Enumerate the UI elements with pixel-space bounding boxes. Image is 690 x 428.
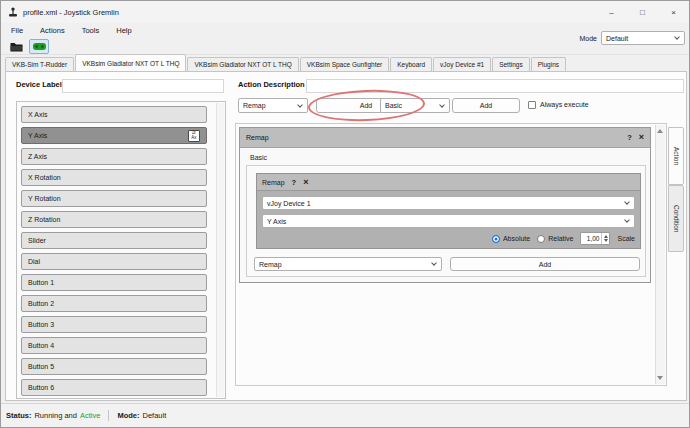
scale-label: Scale (617, 235, 635, 242)
add-condition-button[interactable]: Add (452, 98, 520, 113)
input-item-x-axis[interactable]: X Axis (21, 106, 207, 123)
scroll-up-icon[interactable] (657, 129, 663, 133)
tab-gladiator-2[interactable]: VKBsim Gladiator NXT OT L THQ (187, 57, 298, 71)
mode-dropdown[interactable]: Default (601, 31, 685, 45)
mode-label: Mode (579, 35, 597, 42)
condition-type-value: Basic (385, 102, 402, 109)
status-running-text: Running and (34, 411, 77, 420)
input-item-button-5[interactable]: Button 5 (21, 358, 207, 375)
input-item-button-1[interactable]: Button 1 (21, 274, 207, 291)
spinner-arrows[interactable] (601, 233, 609, 244)
app-window: profile.xml - Joystick Gremlin – □ × Fil… (0, 0, 690, 428)
mode-dropdown-value: Default (606, 35, 628, 42)
status-divider (108, 410, 109, 421)
input-item-label: Button 6 (28, 384, 54, 391)
tab-settings[interactable]: Settings (492, 57, 530, 71)
chevron-down-icon (439, 102, 445, 108)
remap-widget-header: Remap ? × (240, 128, 650, 148)
input-item-label: Y Rotation (28, 195, 61, 202)
radio-selected-icon (492, 235, 500, 243)
tab-vkb-t-rudder[interactable]: VKB-Sim T-Rudder (5, 57, 74, 71)
activate-button[interactable] (29, 39, 49, 54)
input-item-label: X Axis (28, 111, 47, 118)
radio-unselected-icon (537, 235, 545, 243)
inner-remap-header: Remap ? × (257, 174, 640, 191)
sub-action-dropdown[interactable]: Remap (254, 257, 442, 271)
menu-help[interactable]: Help (114, 25, 133, 36)
tab-gladiator-1[interactable]: VKBsim Gladiator NXT OT L THQ (75, 54, 186, 71)
minimize-button[interactable]: – (596, 1, 627, 23)
close-button[interactable]: × (658, 1, 689, 23)
input-item-y-axis[interactable]: Y Axis ⇄ Ax (21, 127, 207, 144)
open-profile-button[interactable] (6, 39, 26, 54)
scale-spinner[interactable]: 1,00 (580, 232, 610, 245)
help-icon[interactable]: ? (627, 133, 632, 142)
input-item-label: Z Axis (28, 153, 47, 160)
menu-tools[interactable]: Tools (80, 25, 102, 36)
close-icon[interactable]: × (303, 178, 308, 187)
sub-action-value: Remap (259, 261, 282, 268)
scroll-down-icon[interactable] (657, 376, 663, 380)
input-item-label: Button 1 (28, 279, 54, 286)
input-item-button-4[interactable]: Button 4 (21, 337, 207, 354)
chevron-down-icon (297, 102, 303, 108)
menu-file[interactable]: File (9, 25, 25, 36)
relative-label: Relative (548, 235, 573, 242)
input-item-x-rotation[interactable]: X Rotation (21, 169, 207, 186)
close-icon[interactable]: × (639, 133, 644, 142)
input-item-list: X Axis Y Axis ⇄ Ax Z Axis X Rotation Y R… (16, 101, 226, 399)
status-mode-value: Default (143, 411, 167, 420)
window-controls: – □ × (596, 1, 689, 23)
remap-widget-title: Remap (246, 134, 620, 141)
input-item-label: Button 2 (28, 300, 54, 307)
input-item-button-6[interactable]: Button 6 (21, 379, 207, 396)
relative-radio-option[interactable]: Relative (537, 235, 573, 243)
side-tab-action[interactable]: Action (668, 127, 684, 185)
input-item-y-rotation[interactable]: Y Rotation (21, 190, 207, 207)
spin-down-icon[interactable] (604, 239, 608, 242)
vjoy-device-dropdown[interactable]: vJoy Device 1 (262, 196, 635, 210)
input-item-label: Dial (28, 258, 40, 265)
input-item-dial[interactable]: Dial (21, 253, 207, 270)
input-item-z-rotation[interactable]: Z Rotation (21, 211, 207, 228)
maximize-button[interactable]: □ (627, 1, 658, 23)
input-item-button-3[interactable]: Button 3 (21, 316, 207, 333)
statusbar: Status: Running and Active Mode: Default (1, 403, 689, 427)
sub-add-button[interactable]: Add (450, 257, 640, 271)
inner-remap-title: Remap (262, 179, 285, 186)
action-description-input[interactable] (306, 79, 684, 93)
tab-keyboard[interactable]: Keyboard (390, 57, 432, 71)
input-item-label: Slider (28, 237, 46, 244)
device-page: Device Label X Axis Y Axis ⇄ Ax Z Axis X… (5, 71, 687, 401)
menu-actions[interactable]: Actions (38, 25, 67, 36)
axis-mode-row: Absolute Relative 1,00 (257, 232, 635, 245)
input-item-label: Button 3 (28, 321, 54, 328)
input-item-label: Button 4 (28, 342, 54, 349)
device-label-input[interactable] (62, 79, 224, 93)
basic-tab[interactable]: Basic (248, 154, 269, 161)
scale-value: 1,00 (581, 235, 601, 242)
chevron-down-icon (624, 217, 630, 223)
mode-selector-group: Mode Default (579, 31, 685, 45)
remap-action-widget: Remap ? × Basic Remap ? × vJoy Device 1 (239, 127, 651, 283)
action-type-dropdown[interactable]: Remap (238, 98, 308, 113)
input-item-button-2[interactable]: Button 2 (21, 295, 207, 312)
device-list-scrollbar[interactable] (216, 103, 224, 397)
always-execute-checkbox[interactable] (528, 101, 536, 109)
chevron-down-icon (431, 260, 437, 266)
inner-remap-body: vJoy Device 1 Y Axis Absolute (257, 191, 640, 248)
condition-type-dropdown[interactable]: Basic (380, 98, 450, 113)
absolute-radio-option[interactable]: Absolute (492, 235, 530, 243)
tab-vjoy-device-1[interactable]: vJoy Device #1 (433, 57, 491, 71)
vjoy-axis-dropdown[interactable]: Y Axis (262, 214, 635, 228)
titlebar: profile.xml - Joystick Gremlin – □ × (1, 1, 689, 23)
side-tab-condition[interactable]: Condition (668, 185, 684, 252)
spin-up-icon[interactable] (604, 235, 608, 238)
help-icon[interactable]: ? (292, 178, 297, 187)
input-item-slider[interactable]: Slider (21, 232, 207, 249)
tab-plugins[interactable]: Plugins (531, 57, 566, 71)
action-scrollbar[interactable] (655, 125, 665, 384)
always-execute-label: Always execute (540, 101, 589, 108)
tab-space-gunfighter[interactable]: VKBsim Space Gunfighter (300, 57, 390, 71)
input-item-z-axis[interactable]: Z Axis (21, 148, 207, 165)
